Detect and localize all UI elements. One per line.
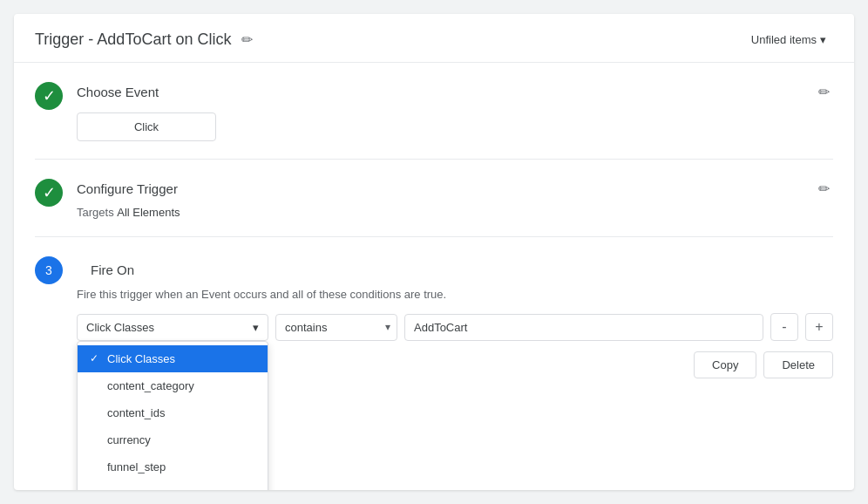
chevron-down-icon: ▾ — [820, 33, 826, 46]
dropdown-item-label: content_ids — [107, 406, 166, 419]
copy-button[interactable]: Copy — [694, 351, 756, 378]
unfiled-label: Unfiled items — [751, 33, 817, 46]
step2-icon-wrapper: ✓ — [35, 177, 77, 207]
configure-trigger-edit-icon[interactable]: ✏ — [815, 177, 833, 201]
configure-trigger-section: ✓ Configure Trigger ✏ Targets All Elemen… — [35, 160, 833, 237]
remove-condition-button[interactable]: - — [770, 313, 798, 341]
configure-trigger-content: Configure Trigger ✏ Targets All Elements — [77, 177, 833, 219]
check-icon: ✓ — [90, 352, 102, 364]
content-area: ✓ Choose Event ✏ Click ✓ — [14, 63, 854, 396]
title-edit-icon[interactable]: ✏ — [238, 28, 256, 51]
targets-value: All Elements — [117, 206, 180, 219]
dropdown-item-content-ids[interactable]: content_ids — [78, 399, 268, 426]
field-selected-value: Click Classes — [86, 321, 154, 334]
dropdown-item-label: content_category — [107, 379, 194, 392]
dropdown-item-content-category[interactable]: content_category — [78, 372, 268, 399]
dropdown-item-click-classes[interactable]: ✓ Click Classes — [78, 345, 268, 372]
choose-event-content: Choose Event ✏ Click — [77, 80, 833, 141]
operator-select[interactable]: contains equals starts with ends with — [275, 314, 397, 341]
choose-event-edit-icon[interactable]: ✏ — [815, 80, 833, 104]
choose-event-header: Choose Event ✏ — [77, 80, 833, 104]
add-condition-button[interactable]: + — [805, 313, 833, 341]
step2-icon: ✓ — [35, 179, 63, 207]
configure-trigger-header: Configure Trigger ✏ — [77, 177, 833, 201]
fire-on-section: 3 Fire On Fire this trigger when an Even… — [35, 237, 833, 396]
field-select-display[interactable]: Click Classes ▾ — [77, 314, 268, 341]
dropdown-item-label: funnel_step — [107, 460, 166, 473]
step3-icon: 3 — [35, 256, 63, 284]
value-input[interactable] — [404, 314, 763, 341]
condition-row: Click Classes ▾ ✓ Click Classes conte — [77, 313, 833, 341]
fire-on-header: 3 Fire On — [35, 255, 833, 284]
event-type-label: Click — [134, 120, 159, 133]
configure-trigger-title: Configure Trigger — [77, 181, 178, 196]
title-area: Trigger - AddToCart on Click ✏ — [35, 28, 256, 51]
checkmark-icon: ✓ — [43, 86, 56, 106]
targets-text: Targets All Elements — [77, 206, 833, 219]
dropdown-item-label: currency — [107, 433, 151, 446]
delete-button[interactable]: Delete — [763, 351, 833, 378]
operator-select-wrapper: contains equals starts with ends with — [275, 314, 397, 341]
fire-on-title: Fire On — [91, 262, 134, 277]
field-dropdown[interactable]: Click Classes ▾ ✓ Click Classes conte — [77, 314, 268, 341]
dropdown-item-page-hostname[interactable]: Page Hostname — [78, 480, 268, 491]
step1-icon: ✓ — [35, 82, 63, 110]
choose-event-title: Choose Event — [77, 85, 159, 99]
targets-prefix: Targets — [77, 206, 117, 219]
page-title: Trigger - AddToCart on Click — [35, 31, 231, 49]
top-bar: Trigger - AddToCart on Click ✏ Unfiled i… — [14, 14, 854, 63]
main-container: Trigger - AddToCart on Click ✏ Unfiled i… — [14, 14, 854, 490]
checkmark2-icon: ✓ — [43, 183, 56, 202]
dropdown-item-currency[interactable]: currency — [78, 426, 268, 453]
condition-section: Fire this trigger when an Event occurs a… — [77, 288, 833, 378]
dropdown-item-funnel-step[interactable]: funnel_step — [78, 453, 268, 480]
choose-event-section: ✓ Choose Event ✏ Click — [35, 63, 833, 160]
field-dropdown-menu: ✓ Click Classes content_category content… — [77, 341, 268, 491]
fire-on-description: Fire this trigger when an Event occurs a… — [77, 288, 833, 301]
dropdown-item-label: Click Classes — [107, 352, 175, 365]
unfiled-items-button[interactable]: Unfiled items ▾ — [744, 28, 833, 51]
event-type-box: Click — [77, 112, 216, 141]
step3-number: 3 — [45, 263, 52, 277]
step1-icon-wrapper: ✓ — [35, 80, 77, 110]
dropdown-arrow-icon: ▾ — [253, 321, 259, 334]
dropdown-item-label: Page Hostname — [107, 487, 188, 491]
